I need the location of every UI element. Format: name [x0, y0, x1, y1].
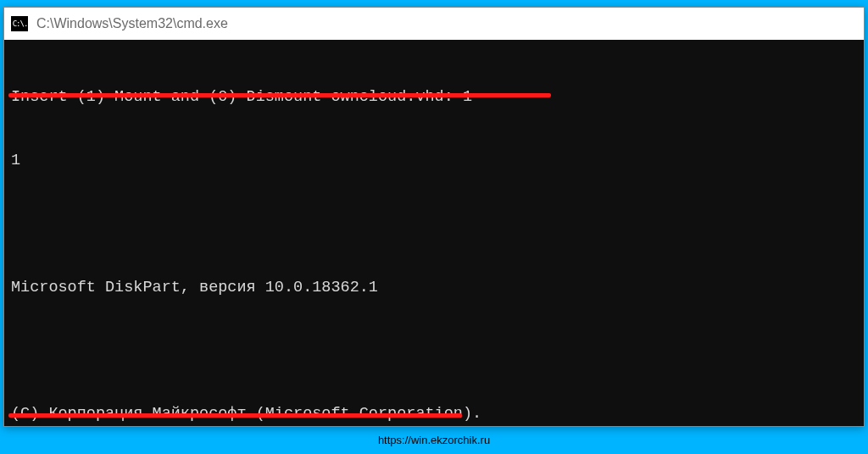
terminal-output[interactable]: Insert (1) Mount and (0) Dismount ownclo… [4, 40, 864, 426]
terminal-line [11, 214, 857, 235]
cmd-icon: C:\. [11, 16, 28, 31]
annotation-underline-1 [8, 93, 551, 97]
terminal-line: 1 [11, 151, 857, 172]
terminal-line: Microsoft DiskPart, версия 10.0.18362.1 [11, 278, 857, 299]
terminal-line [11, 341, 857, 363]
window-titlebar[interactable]: C:\. C:\Windows\System32\cmd.exe [4, 8, 864, 40]
footer-link: https://win.ekzorchik.ru [0, 434, 868, 446]
annotation-underline-2 [8, 413, 462, 418]
cmd-window: C:\. C:\Windows\System32\cmd.exe Insert … [3, 7, 865, 427]
window-title: C:\Windows\System32\cmd.exe [36, 16, 228, 31]
terminal-line: Insert (1) Mount and (0) Dismount ownclo… [11, 87, 857, 108]
